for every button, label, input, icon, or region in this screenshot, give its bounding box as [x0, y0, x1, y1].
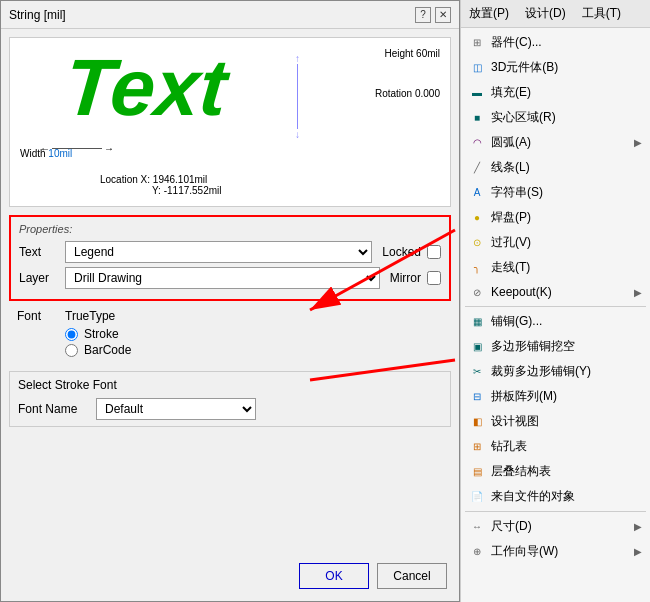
font-name-select[interactable]: Default: [96, 398, 256, 420]
question-btn[interactable]: ?: [415, 7, 431, 23]
menu-item-label: 线条(L): [491, 159, 642, 176]
layer-select[interactable]: Drill Drawing: [65, 267, 380, 289]
menu-item[interactable]: ⊟拼板阵列(M): [461, 384, 650, 409]
font-name-label: Font Name: [18, 402, 88, 416]
menu-item-submenu-arrow: ▶: [634, 287, 642, 298]
menu-header-tools[interactable]: 工具(T): [574, 2, 629, 25]
ok-button[interactable]: OK: [299, 563, 369, 589]
menu-item-label: 填充(E): [491, 84, 642, 101]
stroke-section-title: Select Stroke Font: [18, 378, 442, 392]
menu-item-icon-design_view: ◧: [469, 414, 485, 430]
menu-item-icon-via: ⊙: [469, 235, 485, 251]
menu-item[interactable]: ⊘Keepout(K)▶: [461, 280, 650, 304]
menu-item-label: 工作向导(W): [491, 543, 628, 560]
locked-checkbox[interactable]: [427, 245, 441, 259]
right-panel: 放置(P) 设计(D) 工具(T) ⊞器件(C)...◫3D元件体(B)▬填充(…: [460, 0, 650, 602]
rotation-annotation: Rotation 0.000: [375, 88, 440, 99]
menu-item-label: Keepout(K): [491, 285, 628, 299]
menu-item-icon-copper: ▦: [469, 314, 485, 330]
preview-text: Text: [62, 48, 231, 128]
menu-item-label: 走线(T): [491, 259, 642, 276]
menu-item[interactable]: ⊕工作向导(W)▶: [461, 539, 650, 564]
barcode-radio[interactable]: [65, 344, 78, 357]
stroke-radio-label: Stroke: [84, 327, 119, 341]
dialog-title: String [mil]: [9, 8, 66, 22]
font-row: Font TrueType: [17, 309, 443, 323]
menu-item[interactable]: A字符串(S): [461, 180, 650, 205]
menu-item[interactable]: ◫3D元件体(B): [461, 55, 650, 80]
barcode-radio-label: BarCode: [84, 343, 131, 357]
stroke-font-section: Select Stroke Font Font Name Default: [9, 371, 451, 427]
font-value: TrueType: [65, 309, 115, 323]
stroke-row: Font Name Default: [18, 398, 442, 420]
menu-item-icon-arc: ◠: [469, 135, 485, 151]
menu-item-icon-polygon_cutout: ▣: [469, 339, 485, 355]
text-select[interactable]: Legend: [65, 241, 372, 263]
menu-item-submenu-arrow: ▶: [634, 546, 642, 557]
menu-header-place[interactable]: 放置(P): [461, 2, 517, 25]
height-annotation: Height 60mil: [384, 48, 440, 59]
dialog-buttons: OK Cancel: [299, 563, 447, 589]
menu-item[interactable]: 📄来自文件的对象: [461, 484, 650, 509]
mirror-label: Mirror: [390, 271, 421, 285]
menu-item[interactable]: ⊞器件(C)...: [461, 30, 650, 55]
font-section: Font TrueType Stroke BarCode: [9, 309, 451, 359]
menu-separator: [465, 306, 646, 307]
menu-item-label: 过孔(V): [491, 234, 642, 251]
menu-item-icon-grid: ⊞: [469, 35, 485, 51]
location-annotation: Location X: 1946.101mil Y: -1117.552mil: [100, 174, 222, 196]
menu-item-label: 铺铜(G)...: [491, 313, 642, 330]
menu-item-icon-array: ⊟: [469, 389, 485, 405]
menu-item-icon-region: ■: [469, 110, 485, 126]
menu-item-label: 尺寸(D): [491, 518, 628, 535]
stroke-radio[interactable]: [65, 328, 78, 341]
menu-item[interactable]: ✂裁剪多边形铺铜(Y): [461, 359, 650, 384]
text-label: Text: [19, 245, 59, 259]
menu-separator: [465, 511, 646, 512]
menu-item-label: 拼板阵列(M): [491, 388, 642, 405]
menu-item-label: 圆弧(A): [491, 134, 628, 151]
radio-group: Stroke BarCode: [65, 327, 443, 357]
locked-label: Locked: [382, 245, 421, 259]
menu-item[interactable]: ⊙过孔(V): [461, 230, 650, 255]
menu-item-icon-line: ╱: [469, 160, 485, 176]
menu-item-icon-keepout: ⊘: [469, 284, 485, 300]
menu-item-label: 层叠结构表: [491, 463, 642, 480]
menu-item[interactable]: ▤层叠结构表: [461, 459, 650, 484]
menu-item[interactable]: ▦铺铜(G)...: [461, 309, 650, 334]
string-dialog: String [mil] ? ✕ Text ← → ↑ ↓ Width 10mi…: [0, 0, 460, 602]
menu-list: ⊞器件(C)...◫3D元件体(B)▬填充(E)■实心区域(R)◠圆弧(A)▶╱…: [461, 28, 650, 602]
menu-item-icon-text: A: [469, 185, 485, 201]
menu-header-design[interactable]: 设计(D): [517, 2, 574, 25]
menu-item-label: 裁剪多边形铺铜(Y): [491, 363, 642, 380]
properties-title: Properties:: [19, 223, 441, 235]
menu-item[interactable]: ▬填充(E): [461, 80, 650, 105]
menu-item-icon-pad: ●: [469, 210, 485, 226]
menu-item[interactable]: ▣多边形铺铜挖空: [461, 334, 650, 359]
dialog-titlebar: String [mil] ? ✕: [1, 1, 459, 29]
menu-item-icon-coordinate: ⊕: [469, 544, 485, 560]
menu-item-icon-fill: ▬: [469, 85, 485, 101]
mirror-checkbox[interactable]: [427, 271, 441, 285]
menu-item[interactable]: ╮走线(T): [461, 255, 650, 280]
menu-item[interactable]: ⊞钻孔表: [461, 434, 650, 459]
properties-section: Properties: Text Legend Locked Layer Dri…: [9, 215, 451, 301]
menu-item[interactable]: ●焊盘(P): [461, 205, 650, 230]
height-arrow: ↑ ↓: [295, 53, 300, 140]
cancel-button[interactable]: Cancel: [377, 563, 447, 589]
menu-item-label: 来自文件的对象: [491, 488, 642, 505]
barcode-radio-row: BarCode: [65, 343, 443, 357]
menu-item[interactable]: ◧设计视图: [461, 409, 650, 434]
menu-item-label: 设计视图: [491, 413, 642, 430]
close-btn[interactable]: ✕: [435, 7, 451, 23]
menu-item[interactable]: ■实心区域(R): [461, 105, 650, 130]
font-label: Font: [17, 309, 57, 323]
layer-label: Layer: [19, 271, 59, 285]
menu-item[interactable]: ↔尺寸(D)▶: [461, 514, 650, 539]
menu-item[interactable]: ╱线条(L): [461, 155, 650, 180]
width-annotation: Width 10mil: [20, 148, 72, 159]
menu-item-icon-dimension: ↔: [469, 519, 485, 535]
menu-item[interactable]: ◠圆弧(A)▶: [461, 130, 650, 155]
menu-item-submenu-arrow: ▶: [634, 137, 642, 148]
menu-item-label: 3D元件体(B): [491, 59, 642, 76]
